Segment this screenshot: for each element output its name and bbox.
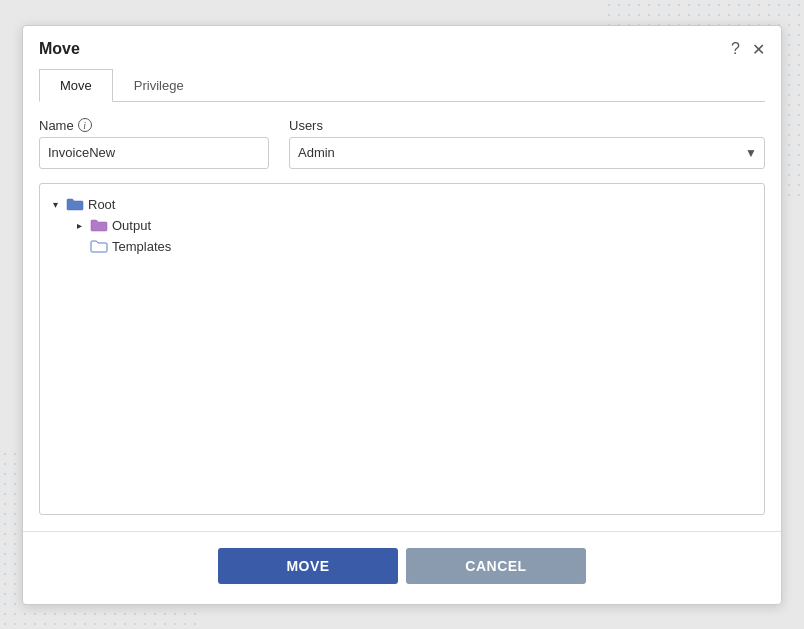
name-label: Name i [39,118,269,133]
close-icon[interactable]: ✕ [752,40,765,59]
tree-node-root[interactable]: Root [48,194,756,215]
tab-bar: Move Privilege [39,69,765,102]
folder-tree: Root Output Temp [39,183,765,515]
name-group: Name i [39,118,269,169]
help-icon[interactable]: ? [731,40,740,58]
name-info-icon[interactable]: i [78,118,92,132]
form-row: Name i Users Admin User Guest ▼ [39,118,765,169]
tree-node-templates[interactable]: Templates [48,236,756,257]
folder-root-icon [66,197,84,211]
users-select-wrapper: Admin User Guest ▼ [289,137,765,169]
tree-node-root-label: Root [88,197,115,212]
tree-node-output-label: Output [112,218,151,233]
dialog-header: Move ? ✕ [23,26,781,69]
tab-move[interactable]: Move [39,69,113,102]
move-dialog: Move ? ✕ Move Privilege Name i [22,25,782,605]
header-icons: ? ✕ [731,40,765,59]
tree-node-templates-label: Templates [112,239,171,254]
users-select[interactable]: Admin User Guest [289,137,765,169]
dialog-body: Move Privilege Name i Users [23,69,781,531]
users-group: Users Admin User Guest ▼ [289,118,765,169]
dialog-title: Move [39,40,80,58]
tree-node-output[interactable]: Output [48,215,756,236]
tab-privilege[interactable]: Privilege [113,69,205,102]
toggle-output[interactable] [72,218,86,232]
folder-templates-icon [90,239,108,253]
name-input[interactable] [39,137,269,169]
users-label: Users [289,118,765,133]
move-button[interactable]: MOVE [218,548,398,584]
dialog-footer: MOVE CANCEL [23,531,781,604]
toggle-root[interactable] [48,197,62,211]
cancel-button[interactable]: CANCEL [406,548,586,584]
folder-output-icon [90,218,108,232]
